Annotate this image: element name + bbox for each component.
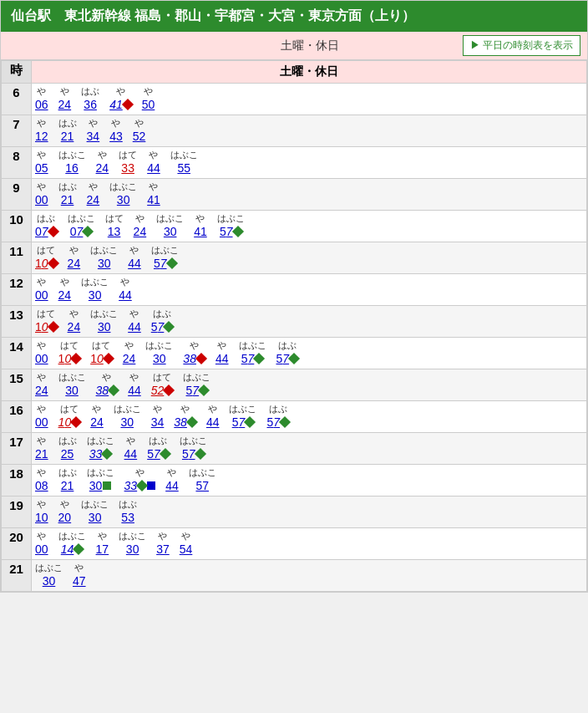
col-header-day: 土曜・休日 [32,61,587,84]
train-group: はぶこ 33 [87,435,114,461]
trains-cell-7: や 12 はぶ 21 や 34 や 43 [32,115,587,147]
trains-cell-19: や 10 や 20 はぶこ 30 はぶ 53 [32,497,587,528]
train-group: や 24 [134,212,147,238]
train-group: や 33 [124,466,156,492]
train-group: や 37 [156,530,170,556]
train-group: はぶこ 07 [68,212,95,238]
trains-cell-12: や 00 や 24 はぶこ 30 や 44 [32,274,587,306]
train-group: や 12 [35,117,48,143]
hour-cell-7: 7 [2,115,32,147]
train-group: や 24 [68,244,81,270]
train-group: はぶこ 30 [119,530,146,556]
table-row: 8 や 05 はぶこ 16 や 24 [2,147,587,179]
hour-cell-10: 10 [2,211,32,242]
train-group: や 17 [96,530,109,556]
hour-cell-6: 6 [2,84,32,115]
trains-cell-13: はて 10 や 24 はぶこ 30 や 44 [32,306,587,338]
train-group: や 24 [68,308,81,334]
train-group: はぶ 07 [35,212,58,238]
train-group: や 41 [147,181,160,206]
trains-cell-14: や 00 はて 10 はて 10 や 24 [32,338,587,369]
table-row: 6 や 06 や 24 はぶ 36 [2,84,587,115]
trains-cell-8: や 05 はぶこ 16 や 24 はて 33 [32,147,587,179]
trains-cell-6: や 06 や 24 はぶ 36 や 41 [32,84,587,115]
hour-cell-11: 11 [2,242,32,274]
train-group: はぶ 57 [276,339,299,365]
hour-cell-9: 9 [2,179,32,211]
trains-cell-20: や 00 はぶこ 14 や 17 はぶこ 30 [32,528,587,560]
hour-cell-17: 17 [2,433,32,465]
train-group: はて 10 [35,244,58,270]
train-group: や 44 [147,149,160,175]
trains-cell-18: や 08 はぶ 21 はぶこ 30 や 33 [32,465,587,497]
hour-cell-20: 20 [2,528,32,560]
train-group: はぶ 57 [151,308,174,334]
train-group: や 10 [35,498,48,524]
train-group: や 24 [96,149,109,175]
train-group: や 08 [35,466,48,492]
train-group: はぶこ 57 [183,371,210,397]
train-group: や 20 [58,498,72,524]
table-row: 18 や 08 はぶ 21 はぶこ 30 [2,465,587,497]
train-group: はて 10 [58,403,81,429]
table-row: 21 はぶこ 30 や 47 [2,560,587,592]
train-group: や 41 [194,212,207,238]
train-group: はぶこ 14 [58,530,86,556]
train-group: はて 52 [151,371,174,397]
hour-cell-19: 19 [2,497,32,528]
table-row: 7 や 12 はぶ 21 や 34 [2,115,587,147]
train-group: はぶこ 57 [180,435,207,461]
train-group: はぶこ 30 [145,339,173,365]
hour-cell-15: 15 [2,369,32,401]
train-group: はぶこ 30 [87,466,114,492]
train-group: や 44 [119,276,132,302]
train-group: や 00 [35,276,48,302]
train-group: や 21 [35,435,48,461]
train-group: はて 10 [35,308,58,334]
table-row: 16 や 00 はて 10 や 24 [2,401,587,433]
train-group: や 47 [73,562,86,588]
trains-cell-17: や 21 はぶ 25 はぶこ 33 や 44 [32,433,587,465]
hour-cell-8: 8 [2,147,32,179]
train-group: や 43 [109,117,123,143]
train-group: はぶこ 57 [151,244,179,270]
train-group: や 38 [174,403,196,429]
train-group: や 24 [58,276,72,302]
train-group: はぶ 25 [58,435,77,461]
train-group: はぶこ 57 [239,339,266,365]
train-group: や 06 [35,85,48,111]
table-row: 14 や 00 はて 10 はて 10 [2,338,587,369]
train-group: はぶ 57 [147,435,170,461]
train-group: や 44 [128,308,141,334]
train-group: はぶこ 30 [156,212,184,238]
train-group: や 24 [35,371,48,397]
train-group: はぶ 36 [81,85,99,111]
train-group: はぶ 21 [58,466,77,492]
train-group: や 38 [183,339,205,365]
table-row: 15 や 24 はぶこ 30 や 38 [2,369,587,401]
train-group: や 44 [124,435,138,461]
train-group: はぶ 21 [58,117,77,143]
trains-cell-21: はぶこ 30 や 47 [32,560,587,592]
train-group: はぶこ 30 [35,562,63,588]
train-group: はて 13 [105,212,124,238]
table-row: 9 や 00 はぶ 21 や 24 [2,179,587,211]
train-group: や 52 [133,117,146,143]
hour-cell-21: 21 [2,560,32,592]
table-row: 13 はて 10 や 24 はぶこ 30 [2,306,587,338]
trains-cell-11: はて 10 や 24 はぶこ 30 や 44 [32,242,587,274]
trains-cell-16: や 00 はて 10 や 24 はぶこ 30 [32,401,587,433]
train-group: や 44 [128,371,141,397]
train-group: はぶこ 30 [81,498,109,524]
train-group: はぶ 21 [58,181,77,206]
hour-cell-13: 13 [2,306,32,338]
train-group: や 00 [35,339,48,365]
train-group: はぶこ 16 [58,149,86,175]
train-group: や 44 [215,339,229,365]
train-group: はぶこ 30 [81,276,109,302]
train-group: はぶこ 30 [90,308,118,334]
weekday-toggle-button[interactable]: ▶ 平日の時刻表を表示 [463,35,580,56]
train-group: や 00 [35,530,48,556]
table-row: 17 や 21 はぶ 25 はぶこ 33 [2,433,587,465]
table-row: 19 や 10 や 20 はぶこ 30 [2,497,587,528]
